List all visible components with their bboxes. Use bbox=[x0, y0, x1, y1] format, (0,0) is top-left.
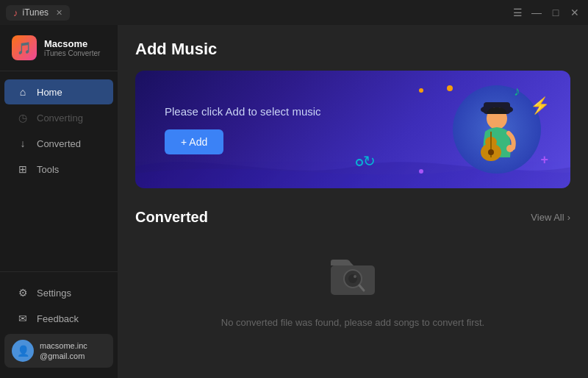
empty-text: No converted file was found, please add … bbox=[221, 317, 484, 328]
logo-emoji: 🎵 bbox=[17, 41, 32, 55]
itunes-tab-icon: ♪ bbox=[13, 7, 18, 18]
add-music-banner: ♪ ⚡ ↻ + Please click Add to select music… bbox=[135, 71, 570, 188]
main-layout: 🎵 Macsome iTunes Converter ⌂ Home ◷ Conv… bbox=[0, 25, 588, 378]
dot-1 bbox=[419, 88, 423, 93]
feedback-label: Feedback bbox=[37, 313, 79, 324]
view-all-chevron-icon: › bbox=[567, 212, 570, 223]
refresh-icon: ↻ bbox=[363, 152, 376, 170]
sidebar-item-converted[interactable]: ↓ Converted bbox=[4, 131, 113, 156]
itunes-tab-label: iTunes bbox=[23, 7, 49, 18]
svg-point-6 bbox=[488, 149, 494, 155]
content-area: Add Music ♪ ⚡ ↻ + Please click Add to se… bbox=[118, 25, 588, 378]
converted-header: Converted View All › bbox=[135, 209, 570, 226]
user-name: macsome.inc@gmail.com bbox=[40, 340, 87, 362]
title-bar-left: ♪ iTunes ✕ bbox=[0, 5, 70, 21]
itunes-tab-close[interactable]: ✕ bbox=[56, 8, 62, 18]
plus-icon: + bbox=[540, 152, 548, 168]
sidebar-logo: 🎵 Macsome iTunes Converter bbox=[0, 25, 118, 71]
avatar: 👤 bbox=[12, 340, 34, 362]
home-icon: ⌂ bbox=[16, 86, 29, 98]
sidebar-item-tools[interactable]: ⊞ Tools bbox=[4, 157, 113, 182]
dot-5 bbox=[447, 85, 453, 91]
sidebar-bottom: ⚙ Settings ✉ Feedback 👤 macsome.inc@gmai… bbox=[0, 271, 118, 378]
settings-icon: ⚙ bbox=[16, 287, 29, 299]
converted-title: Converted bbox=[135, 209, 208, 226]
converted-icon: ↓ bbox=[16, 138, 29, 149]
logo-sub: iTunes Converter bbox=[44, 49, 100, 57]
tools-icon: ⊞ bbox=[16, 163, 29, 175]
win-minimize-button[interactable]: — bbox=[531, 7, 542, 18]
win-close-button[interactable]: ✕ bbox=[569, 7, 581, 18]
avatar-icon: 👤 bbox=[17, 345, 29, 357]
title-bar: ♪ iTunes ✕ ☰ — □ ✕ bbox=[0, 0, 588, 25]
view-all-button[interactable]: View All › bbox=[531, 212, 570, 223]
lightning-icon: ⚡ bbox=[530, 96, 550, 115]
sidebar-tools-label: Tools bbox=[37, 164, 59, 175]
sidebar-converted-label: Converted bbox=[37, 138, 81, 149]
sidebar: 🎵 Macsome iTunes Converter ⌂ Home ◷ Conv… bbox=[0, 25, 118, 378]
sidebar-home-label: Home bbox=[37, 87, 62, 98]
sidebar-item-settings[interactable]: ⚙ Settings bbox=[4, 280, 113, 305]
user-profile[interactable]: 👤 macsome.inc@gmail.com bbox=[4, 334, 113, 368]
svg-point-11 bbox=[354, 275, 356, 278]
character-svg bbox=[460, 88, 534, 172]
view-all-label: View All bbox=[531, 212, 564, 223]
itunes-tab[interactable]: ♪ iTunes ✕ bbox=[6, 5, 70, 21]
window-controls: ☰ — □ ✕ bbox=[512, 7, 581, 18]
sidebar-nav: ⌂ Home ◷ Converting ↓ Converted ⊞ Tools bbox=[0, 71, 118, 271]
logo-icon: 🎵 bbox=[12, 35, 37, 60]
empty-folder-icon bbox=[327, 252, 379, 308]
empty-state: No converted file was found, please add … bbox=[135, 238, 570, 335]
sidebar-converting-label: Converting bbox=[37, 113, 83, 124]
settings-label: Settings bbox=[37, 288, 71, 299]
sidebar-item-converting: ◷ Converting bbox=[4, 105, 113, 130]
character-circle bbox=[453, 85, 541, 174]
svg-point-7 bbox=[506, 145, 514, 152]
win-maximize-button[interactable]: □ bbox=[550, 7, 562, 18]
banner-text: Please click Add to select music bbox=[165, 105, 321, 118]
converting-icon: ◷ bbox=[16, 112, 29, 124]
logo-text: Macsome iTunes Converter bbox=[44, 38, 100, 58]
add-music-title: Add Music bbox=[135, 40, 570, 59]
music-note-icon: ♪ bbox=[514, 84, 520, 99]
banner-left: Please click Add to select music + Add bbox=[165, 105, 321, 154]
sidebar-item-feedback[interactable]: ✉ Feedback bbox=[4, 306, 113, 331]
sidebar-item-home[interactable]: ⌂ Home bbox=[4, 79, 113, 104]
logo-name: Macsome bbox=[44, 38, 100, 50]
win-menu-icon[interactable]: ☰ bbox=[512, 7, 523, 18]
feedback-icon: ✉ bbox=[16, 313, 29, 324]
banner-art bbox=[453, 85, 541, 174]
user-info: macsome.inc@gmail.com bbox=[40, 340, 87, 362]
add-button[interactable]: + Add bbox=[165, 129, 223, 154]
